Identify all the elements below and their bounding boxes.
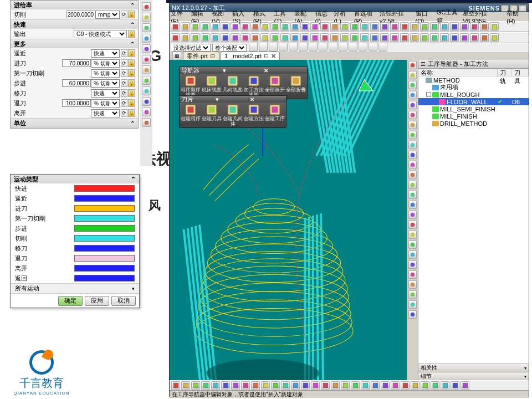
toolbar-button[interactable]	[391, 381, 400, 390]
toolbar-button[interactable]	[191, 381, 200, 390]
toolbar-button[interactable]	[271, 381, 280, 390]
strip-button[interactable]	[408, 71, 417, 79]
feed-unit[interactable]: 快速	[91, 89, 120, 98]
float-close-icon[interactable]: ✕	[264, 68, 305, 74]
toolbar-button[interactable]	[390, 33, 399, 42]
toolbar-button[interactable]	[371, 381, 380, 390]
toolbar-button[interactable]	[320, 22, 329, 31]
motion-row[interactable]: 快进	[11, 183, 139, 193]
lock-icon[interactable]: 🔒	[128, 79, 135, 87]
toolbar-button[interactable]	[270, 22, 279, 31]
motion-row[interactable]: 进刀	[11, 203, 139, 213]
float-item[interactable]: 加工方法视图	[244, 75, 264, 98]
scope-select[interactable]: 整个装配	[212, 44, 247, 52]
cut-unit[interactable]: mmpm	[95, 11, 120, 19]
strip-button[interactable]	[408, 141, 417, 149]
toolbar-button[interactable]	[351, 381, 360, 390]
toolbar-button[interactable]	[370, 33, 379, 42]
viewport[interactable]: 导航器▾✕ 程序顺序视图机床视图几何视图加工方法视图全部展开全部折叠 刀片▾✕ …	[170, 60, 407, 380]
strip-button[interactable]	[408, 270, 417, 279]
toolbar-button[interactable]	[211, 381, 220, 390]
toolbar-button[interactable]	[191, 33, 200, 42]
strip-button[interactable]	[142, 23, 151, 32]
filter-button[interactable]	[319, 43, 328, 52]
calc-icon[interactable]: ⟳	[121, 59, 127, 67]
color-swatch[interactable]	[74, 195, 135, 202]
feed-value[interactable]	[62, 79, 91, 87]
strip-button[interactable]	[408, 241, 417, 249]
strip-button[interactable]	[408, 280, 417, 289]
strip-button[interactable]	[408, 91, 417, 99]
toolbar-button[interactable]	[231, 33, 239, 42]
strip-button[interactable]	[408, 211, 417, 219]
toolbar-button[interactable]	[420, 22, 429, 31]
toolbar-button[interactable]	[241, 22, 249, 31]
toolbar-button[interactable]	[490, 33, 499, 42]
navigator-tree[interactable]: METHOD未用项-MILL_ROUGHFLOOR_WALL✔D6MILL_SE…	[418, 76, 529, 364]
toolbar-button[interactable]	[260, 22, 269, 31]
motion-title[interactable]: 运动类型	[11, 175, 139, 183]
toolbar-button[interactable]	[171, 22, 180, 31]
cut-value[interactable]	[66, 11, 95, 18]
motion-row[interactable]: 第一刀切削	[11, 213, 139, 223]
toolbar-button[interactable]	[261, 381, 270, 390]
strip-button[interactable]	[408, 201, 417, 209]
toolbar-button[interactable]	[330, 33, 339, 42]
tree-row[interactable]: MILL_FINISH	[418, 112, 529, 120]
strip-button[interactable]	[142, 2, 151, 11]
toolbar-button[interactable]	[361, 381, 370, 390]
feed-unit[interactable]: % 切削	[91, 59, 120, 68]
toolbar-button[interactable]	[420, 33, 429, 42]
motion-row[interactable]: 退刀	[11, 253, 139, 263]
toolbar-button[interactable]	[191, 22, 200, 31]
float-item[interactable]: 创建工序	[265, 104, 285, 126]
float-item[interactable]: 程序顺序视图	[181, 75, 201, 98]
toolbar-button[interactable]	[181, 22, 190, 31]
float-item[interactable]: 全部展开	[265, 75, 285, 98]
toolbar-button[interactable]	[440, 22, 449, 31]
toolbar-button[interactable]	[241, 33, 249, 42]
toolbar-button[interactable]	[381, 381, 390, 390]
toolbar-button[interactable]	[470, 22, 479, 31]
filter-button[interactable]	[329, 43, 337, 52]
toolbar-button[interactable]	[480, 33, 489, 42]
toolbar-button[interactable]	[430, 22, 439, 31]
feed-unit[interactable]: 快速	[91, 109, 120, 117]
toolbar-button[interactable]	[300, 33, 309, 42]
motion-row[interactable]: 切削	[11, 233, 139, 243]
toolbar-button[interactable]	[380, 22, 389, 31]
tree-row[interactable]: 未用项	[418, 84, 529, 91]
ok-button[interactable]: 确定	[58, 296, 83, 306]
strip-button[interactable]	[142, 55, 151, 64]
lock-icon[interactable]: 🔒	[128, 11, 135, 18]
strip-button[interactable]	[408, 121, 417, 129]
float-pin-icon[interactable]: ▾	[223, 67, 264, 74]
strip-button[interactable]	[408, 111, 417, 119]
toolbar-button[interactable]	[211, 33, 219, 42]
calc-icon[interactable]: ⟳	[121, 79, 127, 87]
strip-button[interactable]	[142, 97, 151, 106]
filter-button[interactable]	[339, 43, 347, 52]
strip-button[interactable]	[408, 161, 417, 169]
color-swatch[interactable]	[74, 185, 135, 192]
strip-button[interactable]	[408, 81, 417, 89]
toolbar-button[interactable]	[331, 381, 340, 390]
tab-1[interactable]: 零件.prt ㅁ	[183, 52, 219, 60]
calc-icon[interactable]: ⟳	[121, 49, 127, 57]
toolbar-button[interactable]	[290, 22, 299, 31]
toolbar-button[interactable]	[231, 381, 240, 390]
toolbar-button[interactable]	[480, 22, 489, 31]
strip-button[interactable]	[408, 250, 417, 259]
toolbar-button[interactable]	[430, 33, 439, 42]
toolbar-button[interactable]	[300, 22, 309, 31]
float-item[interactable]: 几何视图	[223, 75, 243, 98]
toolbar-button[interactable]	[460, 22, 469, 31]
strip-button[interactable]	[142, 76, 151, 85]
filter-button[interactable]	[299, 43, 308, 52]
lock-icon[interactable]: 🔒	[128, 99, 135, 107]
toolbar-button[interactable]	[310, 22, 319, 31]
strip-button[interactable]	[142, 44, 151, 53]
filter-button[interactable]	[269, 43, 278, 52]
calc-icon[interactable]: ⟳	[121, 89, 127, 97]
toolbar-button[interactable]	[411, 381, 420, 390]
